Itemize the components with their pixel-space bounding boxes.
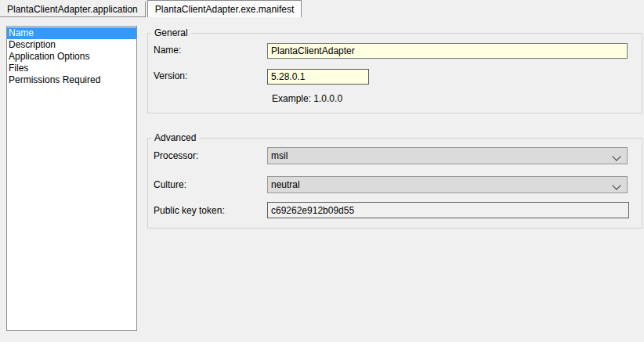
general-group-title: General bbox=[151, 27, 191, 38]
list-item-permissions-required[interactable]: Permissions Required bbox=[7, 74, 136, 86]
processor-combobox-value: msil bbox=[271, 150, 288, 161]
manifest-editor-window: PlantaClientAdapter.application PlantaCl… bbox=[0, 0, 644, 342]
tab-exe-manifest[interactable]: PlantaClientAdapter.exe.manifest bbox=[147, 0, 302, 17]
version-label: Version: bbox=[154, 70, 187, 81]
name-label: Name: bbox=[154, 45, 181, 56]
manifest-section-list[interactable]: Name Description Application Options Fil… bbox=[6, 26, 137, 331]
list-item-name[interactable]: Name bbox=[7, 27, 136, 39]
list-item-application-options[interactable]: Application Options bbox=[7, 51, 136, 63]
processor-combobox[interactable]: msil bbox=[267, 147, 628, 164]
list-item-description[interactable]: Description bbox=[7, 39, 136, 51]
processor-label: Processor: bbox=[154, 150, 198, 161]
tab-application[interactable]: PlantaClientAdapter.application bbox=[0, 2, 146, 17]
advanced-group-title: Advanced bbox=[151, 132, 199, 143]
public-key-token-input[interactable] bbox=[267, 202, 629, 218]
list-item-files[interactable]: Files bbox=[7, 63, 136, 74]
document-tabstrip: PlantaClientAdapter.application PlantaCl… bbox=[0, 0, 302, 17]
public-key-token-label: Public key token: bbox=[154, 205, 225, 216]
tab-exe-manifest-label: PlantaClientAdapter.exe.manifest bbox=[155, 4, 294, 15]
chevron-down-icon bbox=[612, 181, 620, 189]
chevron-down-icon bbox=[612, 152, 620, 160]
culture-combobox-value: neutral bbox=[271, 179, 300, 190]
culture-combobox[interactable]: neutral bbox=[267, 176, 628, 193]
name-input[interactable] bbox=[267, 43, 628, 59]
tab-application-label: PlantaClientAdapter.application bbox=[7, 4, 138, 15]
culture-label: Culture: bbox=[154, 179, 186, 190]
version-input[interactable] bbox=[267, 69, 369, 85]
version-example-text: Example: 1.0.0.0 bbox=[272, 93, 342, 104]
